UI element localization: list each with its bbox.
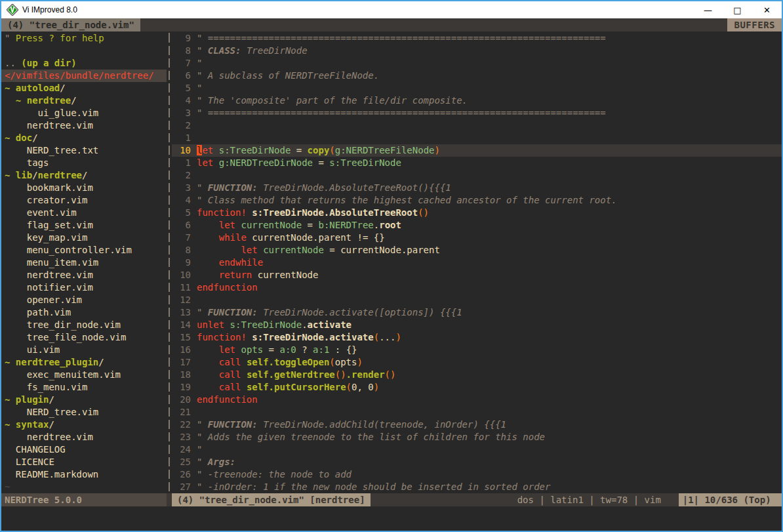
- code-line[interactable]: 19 call self.putCursorHere(0, 0): [172, 381, 782, 394]
- code-line[interactable]: 18 call self.getNerdtree().render(): [172, 369, 782, 381]
- code-line[interactable]: 2: [172, 119, 782, 132]
- tree-row[interactable]: bookmark.vim: [1, 182, 167, 194]
- close-button[interactable]: ✕: [752, 1, 782, 18]
- tree-row[interactable]: ui.vim: [1, 344, 167, 356]
- code-line[interactable]: 22" FUNCTION: TreeDirNode.addChild(treen…: [172, 419, 782, 431]
- tree-row[interactable]: ~ doc/: [1, 132, 167, 144]
- tree-row[interactable]: NERD_tree.txt: [1, 144, 167, 157]
- tree-row[interactable]: opener.vim: [1, 294, 167, 306]
- maximize-button[interactable]: □: [723, 1, 752, 18]
- code-line[interactable]: 4" Class method that returns the highest…: [172, 194, 782, 207]
- code-line[interactable]: 21: [172, 406, 782, 419]
- minimize-button[interactable]: —: [693, 1, 723, 18]
- tree-row[interactable]: fs_menu.vim: [1, 381, 167, 394]
- code-line[interactable]: 9" =====================================…: [172, 32, 782, 45]
- tree-row[interactable]: tags: [1, 157, 167, 169]
- code-line[interactable]: 16 let opts = a:0 ? a:1 : {}: [172, 344, 782, 356]
- code-line[interactable]: 2: [172, 169, 782, 182]
- tree-row[interactable]: menu_item.vim: [1, 256, 167, 269]
- code-line[interactable]: 10 return currentNode: [172, 269, 782, 281]
- tree-token: ~ lib: [5, 170, 32, 180]
- code-line[interactable]: 23" Adds the given treenode to the list …: [172, 431, 782, 443]
- line-text: " ======================================…: [191, 107, 606, 119]
- tree-row[interactable]: event.vim: [1, 207, 167, 219]
- statusline-file-settings: dos | latin1 | tw=78 | vim: [517, 493, 679, 506]
- line-number: 21: [172, 406, 191, 419]
- tree-token: CHANGELOG: [5, 444, 66, 455]
- code-token: (: [329, 357, 334, 367]
- code-line[interactable]: 4" The 'composite' part of the file/dir …: [172, 94, 782, 107]
- tree-row[interactable]: ui_glue.vim: [1, 107, 167, 119]
- line-text: [191, 119, 197, 132]
- tree-token: flag_set.vim: [5, 220, 93, 230]
- tree-row[interactable]: key_map.vim: [1, 232, 167, 244]
- code-token: (: [329, 145, 334, 155]
- code-line[interactable]: 8 let currentNode = currentNode.parent: [172, 244, 782, 256]
- tree-row[interactable]: ~ autoload/: [1, 82, 167, 94]
- code-line[interactable]: 24": [172, 443, 782, 456]
- line-text: " -inOrder: 1 if the new node should be …: [191, 481, 550, 493]
- tree-row[interactable]: LICENCE: [1, 456, 167, 468]
- tree-row[interactable]: tree_file_node.vim: [1, 331, 167, 344]
- tree-token: ~ nerdtree_plugin: [5, 357, 98, 367]
- code-line[interactable]: 6" A subclass of NERDTreeFileNode.: [172, 70, 782, 82]
- code-line[interactable]: 13" FUNCTION: TreeDirNode.activate([opti…: [172, 306, 782, 319]
- tree-row[interactable]: [1, 45, 167, 57]
- tree-token: ": [5, 33, 16, 43]
- statusline-fill: [371, 493, 517, 506]
- code-line[interactable]: 12: [172, 294, 782, 306]
- tree-row[interactable]: exec_menuitem.vim: [1, 369, 167, 381]
- tree-token: event.vim: [5, 207, 77, 218]
- tree-root-row[interactable]: </vimfiles/bundle/nerdtree/: [1, 70, 167, 82]
- code-line[interactable]: 11endfunction: [172, 281, 782, 294]
- code-line[interactable]: 25" Args:: [172, 456, 782, 468]
- tree-row[interactable]: menu_controller.vim: [1, 244, 167, 256]
- code-line[interactable]: 14unlet s:TreeDirNode.activate: [172, 319, 782, 331]
- tree-row[interactable]: .. (up a dir): [1, 57, 167, 70]
- tree-row[interactable]: ~ plugin/: [1, 394, 167, 406]
- code-line[interactable]: 15function! s:TreeDirNode.activate(...): [172, 331, 782, 344]
- tree-row[interactable]: flag_set.vim: [1, 219, 167, 232]
- code-line[interactable]: 3" FUNCTION: TreeDirNode.AbsoluteTreeRoo…: [172, 182, 782, 194]
- code-line[interactable]: 26" -treenode: the node to add: [172, 468, 782, 481]
- tree-row[interactable]: README.markdown: [1, 468, 167, 481]
- line-number: 6: [172, 219, 191, 232]
- code-line[interactable]: 27" -inOrder: 1 if the new node should b…: [172, 481, 782, 493]
- code-line[interactable]: 9 endwhile: [172, 256, 782, 269]
- tree-row[interactable]: ~ syntax/: [1, 419, 167, 431]
- line-number: 5: [172, 207, 191, 219]
- tree-row[interactable]: NERD_tree.vim: [1, 406, 167, 419]
- code-line[interactable]: 1: [172, 132, 782, 144]
- tree-row[interactable]: ~ nerdtree_plugin/: [1, 356, 167, 369]
- tree-token: LICENCE: [5, 457, 54, 467]
- tree-row[interactable]: nerdtree.vim: [1, 431, 167, 443]
- code-line[interactable]: 8" CLASS: TreeDirNode: [172, 45, 782, 57]
- tree-row[interactable]: nerdtree.vim: [1, 119, 167, 132]
- code-token: [241, 369, 246, 380]
- tree-row[interactable]: " Press ? for help: [1, 32, 167, 45]
- tree-row[interactable]: tree_dir_node.vim: [1, 319, 167, 331]
- code-line[interactable]: 1let g:NERDTreeDirNode = s:TreeDirNode: [172, 157, 782, 169]
- tree-row[interactable]: notifier.vim: [1, 281, 167, 294]
- code-token: FUNCTION:: [208, 419, 263, 430]
- code-line[interactable]: 5": [172, 82, 782, 94]
- tree-row[interactable]: ~ lib/nerdtree/: [1, 169, 167, 182]
- command-line[interactable]: [1, 506, 782, 531]
- code-line[interactable]: 3" =====================================…: [172, 107, 782, 119]
- tree-row[interactable]: creator.vim: [1, 194, 167, 207]
- code-line-current[interactable]: 10let s:TreeDirNode = copy(g:NERDTreeFil…: [172, 144, 782, 157]
- code-line[interactable]: 7": [172, 57, 782, 70]
- tab-tree-dir-node[interactable]: (4) "tree_dir_node.vim": [1, 18, 140, 31]
- code-line[interactable]: 20endfunction: [172, 394, 782, 406]
- code-line[interactable]: 5function! s:TreeDirNode.AbsoluteTreeRoo…: [172, 207, 782, 219]
- tree-row[interactable]: path.vim: [1, 306, 167, 319]
- code-line[interactable]: 6 let currentNode = b:NERDTree.root: [172, 219, 782, 232]
- tree-row[interactable]: ~ nerdtree/: [1, 94, 167, 107]
- tree-row[interactable]: ~: [1, 481, 167, 493]
- tree-row[interactable]: nerdtree.vim: [1, 269, 167, 281]
- code-line[interactable]: 17 call self.toggleOpen(opts): [172, 356, 782, 369]
- window-vertical-separator[interactable]: [167, 31, 172, 493]
- tree-row[interactable]: CHANGELOG: [1, 443, 167, 456]
- code-line[interactable]: 7 while currentNode.parent != {}: [172, 232, 782, 244]
- code-token: (): [385, 369, 396, 380]
